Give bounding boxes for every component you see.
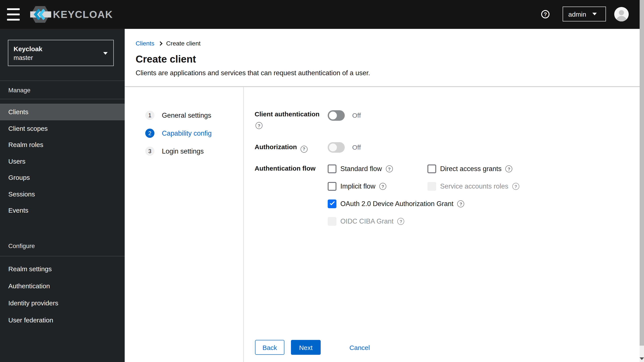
help-icon[interactable]: ? — [512, 183, 519, 190]
checkbox[interactable] — [328, 182, 336, 191]
sidebar-item-client-scopes[interactable]: Client scopes — [0, 120, 125, 136]
wizard-step-general-settings[interactable]: 1 General settings — [145, 106, 212, 124]
vertical-scrollbar[interactable] — [640, 0, 644, 362]
sidebar-item-user-federation[interactable]: User federation — [0, 312, 125, 328]
hamburger-icon — [7, 8, 20, 10]
divider — [0, 80, 125, 81]
realm-selector[interactable]: Keycloak master — [8, 40, 114, 66]
checkbox-direct-access-grants[interactable]: Direct access grants ? — [428, 164, 519, 173]
nav-toggle-button[interactable] — [7, 8, 20, 20]
chevron-down-icon — [592, 13, 597, 15]
sidebar-item-events[interactable]: Events — [0, 202, 125, 218]
breadcrumb: Clients Create client — [136, 40, 200, 47]
toggle-knob — [329, 112, 337, 120]
help-icon[interactable]: ? — [256, 122, 262, 129]
checkbox-oidc-ciba-grant: OIDC CIBA Grant ? — [328, 217, 519, 226]
user-dropdown-label: admin — [568, 10, 586, 18]
wizard-nav: 1 General settings 2 Capability config 3… — [125, 87, 244, 362]
step-label: Capability config — [162, 129, 212, 137]
authorization-state: Off — [352, 144, 361, 151]
breadcrumb-current: Create client — [166, 40, 200, 47]
checkbox-oauth-device-authorization-grant[interactable]: OAuth 2.0 Device Authorization Grant ? — [328, 200, 519, 208]
sidebar-item-identity-providers[interactable]: Identity providers — [0, 294, 125, 312]
checkmark-icon — [330, 200, 335, 205]
app-window: KEYCLOAK ? admin Keycloak master Manage … — [0, 0, 644, 362]
sidebar-item-groups[interactable]: Groups — [0, 169, 125, 186]
realm-selector-value: master — [14, 54, 108, 61]
help-icon[interactable]: ? — [458, 200, 464, 207]
nav-section-manage: Manage — [8, 86, 30, 94]
checkbox-implicit-flow[interactable]: Implicit flow ? — [328, 182, 428, 191]
help-icon[interactable]: ? — [506, 165, 512, 172]
checkbox — [328, 217, 336, 226]
cancel-button[interactable]: Cancel — [348, 340, 371, 355]
checkbox-service-accounts-roles: Service accounts roles ? — [428, 182, 519, 191]
main-content: Clients Create client Create client Clie… — [125, 29, 644, 362]
chevron-right-icon — [158, 41, 162, 46]
client-authentication-toggle[interactable] — [328, 110, 345, 121]
step-label: Login settings — [162, 147, 204, 155]
help-icon[interactable]: ? — [541, 10, 550, 18]
help-icon[interactable]: ? — [379, 183, 386, 190]
nav-section-configure: Configure — [8, 242, 35, 249]
divider — [0, 256, 125, 256]
masthead: KEYCLOAK ? admin — [0, 0, 644, 29]
back-button[interactable]: Back — [255, 340, 284, 355]
scrollbar-thumb[interactable] — [640, 0, 644, 346]
sidebar-item-users[interactable]: Users — [0, 153, 125, 169]
step-number: 2 — [145, 128, 154, 138]
step-number: 3 — [145, 146, 154, 156]
configure-nav-list: Realm settings Authentication Identity p… — [0, 260, 125, 328]
authentication-flow-label: Authentication flow — [254, 164, 316, 172]
step-label: General settings — [162, 111, 211, 119]
checkbox[interactable] — [328, 200, 336, 208]
manage-nav-list: Clients Client scopes Realm roles Users … — [0, 104, 125, 218]
keycloak-logo: KEYCLOAK — [30, 6, 122, 25]
next-button[interactable]: Next — [291, 340, 321, 355]
brand-wordmark: KEYCLOAK — [53, 9, 113, 20]
help-icon[interactable]: ? — [300, 146, 307, 152]
scroll-down-arrow-icon[interactable] — [640, 358, 644, 360]
checkbox[interactable] — [328, 164, 336, 173]
sidebar-item-sessions[interactable]: Sessions — [0, 186, 125, 202]
sidebar-item-realm-roles[interactable]: Realm roles — [0, 136, 125, 153]
help-icon[interactable]: ? — [386, 165, 393, 172]
user-dropdown[interactable]: admin — [562, 6, 606, 22]
page-subtitle: Clients are applications and services th… — [136, 69, 370, 77]
sidebar-item-realm-settings[interactable]: Realm settings — [0, 260, 125, 277]
page-title: Create client — [136, 53, 196, 65]
avatar[interactable] — [614, 7, 629, 22]
help-icon[interactable]: ? — [398, 218, 404, 225]
checkbox — [428, 182, 436, 191]
client-authentication-label: Client authentication — [254, 110, 320, 118]
checkbox-standard-flow[interactable]: Standard flow ? — [328, 164, 428, 173]
wizard-step-capability-config[interactable]: 2 Capability config — [145, 124, 212, 142]
step-number: 1 — [145, 111, 154, 120]
realm-selector-title: Keycloak — [14, 45, 108, 52]
wizard-step-login-settings[interactable]: 3 Login settings — [145, 142, 212, 160]
sidebar-item-clients[interactable]: Clients — [0, 104, 125, 120]
divider — [0, 99, 125, 99]
client-authentication-state: Off — [352, 112, 361, 119]
checkbox[interactable] — [428, 164, 436, 173]
breadcrumb-clients-link[interactable]: Clients — [136, 40, 154, 47]
sidebar: Keycloak master Manage Clients Client sc… — [0, 29, 125, 362]
toggle-knob — [329, 144, 337, 151]
sidebar-item-authentication[interactable]: Authentication — [0, 277, 125, 294]
authorization-label: Authorization? — [254, 143, 307, 152]
authorization-toggle — [328, 142, 345, 153]
chevron-down-icon — [103, 52, 108, 55]
authentication-flow-options: Standard flow ? Direct access grants ? I… — [328, 164, 519, 234]
